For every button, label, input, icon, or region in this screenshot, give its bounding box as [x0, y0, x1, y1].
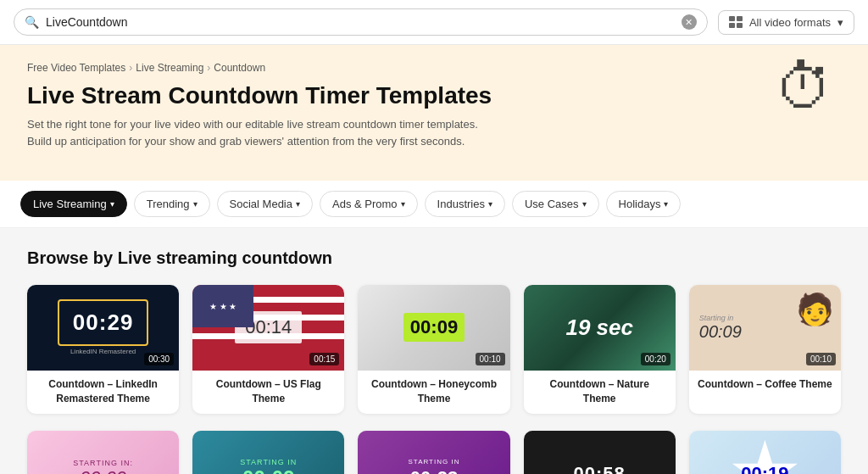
chevron-icon: ▾ [582, 199, 587, 209]
category-trending[interactable]: Trending ▾ [134, 191, 210, 217]
category-trending-label: Trending [147, 198, 190, 210]
template-card-purple[interactable]: STARTING IN 00:23 00:25 [358, 431, 509, 474]
clear-button[interactable]: ✕ [682, 14, 697, 30]
category-holidays[interactable]: Holidays ▾ [606, 191, 682, 217]
category-industries-label: Industries [437, 198, 485, 210]
chevron-icon: ▾ [401, 199, 405, 209]
category-nav: Live Streaming ▾ Trending ▾ Social Media… [0, 181, 868, 228]
duration-nature: 00:20 [641, 353, 670, 365]
hero-banner: Free Video Templates › Live Streaming › … [0, 45, 868, 181]
page-title: Live Stream Countdown Timer Templates [27, 82, 536, 109]
category-social-media-label: Social Media [230, 198, 292, 210]
category-ads-promo[interactable]: Ads & Promo ▾ [320, 191, 418, 217]
timer-row2-3: 00:58 [574, 463, 626, 474]
template-grid-row2: STARTING IN: 00:09 00:10 STARTING IN 00:… [27, 431, 841, 474]
timer-honeycomb: 00:09 [410, 316, 458, 338]
template-card-nature[interactable]: 19 sec 00:20 Countdown – Nature Theme [524, 285, 676, 414]
timer-coffee: 00:09 [699, 322, 742, 342]
main-content: Browse by Live streaming countdown 00:29… [0, 228, 868, 474]
hero-image: ⏱ [775, 53, 834, 121]
category-live-streaming[interactable]: Live Streaming ▾ [20, 191, 127, 217]
template-label-coffee: Countdown – Coffee Theme [689, 371, 841, 400]
chevron-icon: ▾ [488, 199, 492, 209]
category-holidays-label: Holidays [619, 198, 661, 210]
chevron-icon: ▾ [664, 199, 668, 209]
grid-icon [729, 16, 743, 28]
timer-row2-1: 00:09 [242, 466, 294, 474]
search-input[interactable] [46, 15, 675, 29]
chevron-icon: ▾ [193, 199, 198, 209]
timer-row2-4: 00:19 [741, 463, 788, 474]
breadcrumb-link-1[interactable]: Free Video Templates [27, 62, 125, 74]
template-label-flag: Countdown – US Flag Theme [192, 371, 344, 415]
template-card-lightblue[interactable]: 00:19 00:20 [689, 431, 841, 474]
template-label-honeycomb: Countdown – Honeycomb Theme [358, 371, 509, 415]
timer-nature: 19 sec [565, 315, 633, 341]
category-ads-promo-label: Ads & Promo [332, 198, 398, 210]
duration-flag: 00:15 [309, 353, 339, 365]
chevron-down-icon: ▾ [837, 16, 843, 29]
section-title: Browse by Live streaming countdown [27, 248, 841, 268]
timer-row2-0: 00:09 [80, 467, 126, 474]
template-card-coffee[interactable]: Starting in 00:09 🧑 00:10 Countdown – Co… [689, 285, 841, 414]
template-label-nature: Countdown – Nature Theme [524, 371, 676, 415]
breadcrumb-link-2[interactable]: Live Streaming [136, 62, 203, 74]
category-use-cases[interactable]: Use Cases ▾ [512, 191, 599, 217]
category-live-streaming-label: Live Streaming [33, 198, 107, 210]
template-card-pink[interactable]: STARTING IN: 00:09 00:10 [27, 431, 179, 474]
format-label: All video formats [749, 16, 831, 29]
template-card-linkedin[interactable]: 00:29 LinkedIN Remastered 00:30 Countdow… [27, 285, 179, 414]
category-industries[interactable]: Industries ▾ [425, 191, 505, 217]
template-card-dark[interactable]: 00:58 1:00 [524, 431, 676, 474]
search-icon: 🔍 [25, 15, 39, 29]
template-label-linkedin: Countdown – LinkedIn Remastered Theme [27, 371, 179, 415]
breadcrumb-sep-1: › [129, 62, 132, 74]
search-wrapper: 🔍 ✕ [14, 8, 708, 36]
template-grid-row1: 00:29 LinkedIN Remastered 00:30 Countdow… [27, 285, 841, 414]
timer-linkedin: 00:29 [73, 309, 134, 336]
breadcrumb: Free Video Templates › Live Streaming › … [27, 62, 841, 74]
template-card-teal[interactable]: STARTING IN 00:09 00:10 [192, 431, 344, 474]
template-card-flag[interactable]: ★ ★ ★ 00:14 00:15 Countdown – US Flag Th… [192, 285, 344, 414]
timer-row2-2: 00:23 [410, 467, 458, 474]
hero-description: Set the right tone for your live video w… [27, 116, 502, 149]
duration-coffee: 00:10 [806, 353, 836, 365]
category-use-cases-label: Use Cases [525, 198, 579, 210]
category-social-media[interactable]: Social Media ▾ [217, 191, 313, 217]
chevron-icon: ▾ [296, 199, 300, 209]
breadcrumb-current: Countdown [214, 62, 265, 74]
top-bar: 🔍 ✕ All video formats ▾ [0, 0, 868, 45]
duration-honeycomb: 00:10 [476, 353, 505, 365]
chevron-icon: ▾ [110, 199, 114, 209]
breadcrumb-sep-2: › [207, 62, 210, 74]
template-card-honeycomb[interactable]: 00:09 00:10 Countdown – Honeycomb Theme [358, 285, 509, 414]
duration-linkedin: 00:30 [144, 353, 174, 365]
format-selector[interactable]: All video formats ▾ [718, 10, 854, 35]
